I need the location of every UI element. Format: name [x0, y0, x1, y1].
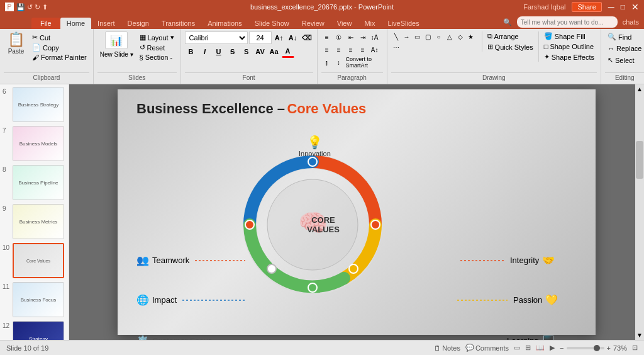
tab-file[interactable]: File	[31, 18, 60, 29]
scroll-down-btn[interactable]: ▼	[635, 330, 644, 340]
format-painter-button[interactable]: 🖌 Format Painter	[30, 53, 89, 62]
zoom-out-btn[interactable]: −	[560, 344, 564, 352]
clear-format-btn[interactable]: ⌫	[301, 31, 313, 44]
clipboard-section: 📋 Paste ✂ Cut 📄 Copy 🖌 Format Painter Cl…	[0, 29, 94, 84]
triangle-shape[interactable]: △	[445, 31, 455, 42]
tab-home[interactable]: Home	[60, 18, 91, 29]
innovation-icon: 💡	[299, 135, 331, 150]
columns-btn[interactable]: ⫿	[321, 57, 333, 68]
font-increase-btn[interactable]: A↑	[273, 31, 286, 44]
arrange-button[interactable]: ⧉ Arrange	[485, 31, 536, 41]
tab-transitions[interactable]: Transitions	[155, 18, 201, 29]
layout-button[interactable]: ▦ Layout ▾	[137, 33, 177, 42]
strikethrough-btn[interactable]: S	[226, 45, 239, 58]
section-button[interactable]: § Section -	[137, 53, 177, 62]
tab-insert[interactable]: Insert	[91, 18, 121, 29]
minimize-btn[interactable]: ─	[608, 2, 614, 12]
numbering-btn[interactable]: ①	[333, 31, 345, 43]
close-btn[interactable]: ✕	[631, 2, 639, 12]
new-slide-button[interactable]: New Slide ▾	[97, 50, 136, 59]
slide-canvas: Business Excellence – Core Values	[118, 89, 596, 335]
tab-design[interactable]: Design	[121, 18, 155, 29]
star-shape[interactable]: ★	[466, 31, 476, 42]
justify-btn[interactable]: ≡	[357, 44, 369, 55]
char-spacing-btn[interactable]: AV	[254, 45, 267, 58]
tab-slideshow[interactable]: Slide Show	[248, 18, 296, 29]
fit-window-btn[interactable]: ⊡	[632, 344, 638, 352]
slide-thumb-7[interactable]: 7 * Business Models	[3, 126, 66, 161]
font-decrease-btn[interactable]: A↓	[287, 31, 299, 44]
slide-thumb-8[interactable]: 8 * Business Pipeline	[3, 165, 66, 200]
zoom-slider[interactable]	[567, 347, 604, 349]
shape-fill-button[interactable]: 🪣 Shape Fill	[541, 31, 597, 41]
zoom-in-btn[interactable]: +	[607, 344, 611, 352]
tab-review[interactable]: Review	[296, 18, 331, 29]
underline-btn[interactable]: U	[213, 45, 225, 58]
drawing-label: Drawing	[391, 72, 597, 81]
slide-thumb-12[interactable]: 12 Strategy	[3, 321, 66, 340]
shape-fill-icon: 🪣	[544, 32, 553, 40]
cut-button[interactable]: ✂ Cut	[30, 33, 89, 42]
align-right-btn[interactable]: ≡	[345, 44, 357, 55]
scroll-up-btn[interactable]: ▲	[635, 84, 644, 94]
view-reading-btn[interactable]: 📖	[536, 344, 545, 352]
passion-label: Passion 💛	[457, 294, 558, 306]
rounded-rect-shape[interactable]: ▢	[423, 31, 433, 42]
bullets-btn[interactable]: ≡	[321, 31, 333, 43]
shape-outline-button[interactable]: □ Shape Outline	[541, 42, 597, 51]
comments-btn[interactable]: 💬 Comments	[465, 344, 509, 352]
select-button[interactable]: ↖ Select	[605, 55, 644, 65]
tab-view[interactable]: View	[331, 18, 358, 29]
scroll-thumb[interactable]	[636, 141, 643, 179]
editing-section: 🔍 Find ↔ Replace ↖ Select Editing	[601, 29, 644, 84]
slide-thumb-10[interactable]: 10 * Core Values	[3, 243, 66, 278]
teamwork-text: Teamwork	[152, 256, 189, 265]
slide-thumb-6[interactable]: 6 * Business Strategy	[3, 87, 66, 122]
text-direction-btn[interactable]: ↕A	[369, 31, 380, 43]
italic-btn[interactable]: I	[199, 45, 211, 58]
view-slideshow-btn[interactable]: ▶	[550, 344, 555, 352]
view-normal-btn[interactable]: ▭	[514, 344, 520, 352]
maximize-btn[interactable]: □	[621, 3, 625, 11]
decrease-indent-btn[interactable]: ⇤	[345, 31, 357, 43]
increase-indent-btn[interactable]: ⇥	[357, 31, 369, 43]
view-slide-sorter-btn[interactable]: ⊞	[525, 344, 531, 352]
case-btn[interactable]: Aa	[268, 45, 280, 58]
copy-button[interactable]: 📄 Copy	[30, 43, 89, 52]
font-family-select[interactable]: Calibri	[185, 31, 248, 44]
scroll-track	[635, 94, 644, 330]
rect-shape[interactable]: ▭	[413, 31, 423, 42]
share-button[interactable]: Share	[572, 2, 601, 12]
tab-mix[interactable]: Mix	[358, 18, 381, 29]
find-button[interactable]: 🔍 Find	[605, 31, 644, 42]
replace-button[interactable]: ↔ Replace	[605, 43, 644, 54]
oval-shape[interactable]: ○	[434, 31, 444, 42]
tell-me-input[interactable]	[517, 16, 618, 28]
align-text-btn[interactable]: A↕	[369, 44, 380, 55]
diamond-shape[interactable]: ◇	[455, 31, 465, 42]
notes-btn[interactable]: 🗒 Notes	[434, 344, 460, 352]
tab-animations[interactable]: Animations	[201, 18, 248, 29]
line-spacing-btn[interactable]: ↕	[333, 57, 345, 68]
shape-effects-button[interactable]: ✦ Shape Effects	[541, 52, 597, 62]
svg-point-3	[308, 157, 317, 166]
font-color-btn[interactable]: A	[282, 45, 294, 58]
font-size-input[interactable]	[249, 31, 272, 44]
align-left-btn[interactable]: ≡	[321, 44, 333, 55]
integrity-label: Integrity 🤝	[460, 254, 555, 266]
slide-thumb-9[interactable]: 9 * Business Metrics	[3, 204, 66, 239]
reset-button[interactable]: ↺ Reset	[137, 43, 177, 52]
bold-btn[interactable]: B	[185, 45, 197, 58]
smartart-btn[interactable]: Convert to SmartArt	[345, 57, 383, 68]
line-shape[interactable]: ╲	[391, 31, 401, 42]
more-shapes[interactable]: ⋯	[391, 42, 401, 52]
vertical-scrollbar[interactable]: ▲ ▼	[635, 84, 644, 340]
align-center-btn[interactable]: ≡	[333, 44, 345, 55]
tab-liveslides[interactable]: LiveSlides	[382, 18, 426, 29]
shadow-btn[interactable]: S	[240, 45, 253, 58]
slide-preview-btn[interactable]: 📊	[105, 31, 128, 49]
arrow-shape[interactable]: →	[402, 31, 412, 42]
slide-thumb-11[interactable]: 11 * Business Focus	[3, 282, 66, 317]
paste-button[interactable]: 📋 Paste	[4, 31, 28, 56]
quick-styles-button[interactable]: ⊞ Quick Styles	[485, 42, 536, 52]
